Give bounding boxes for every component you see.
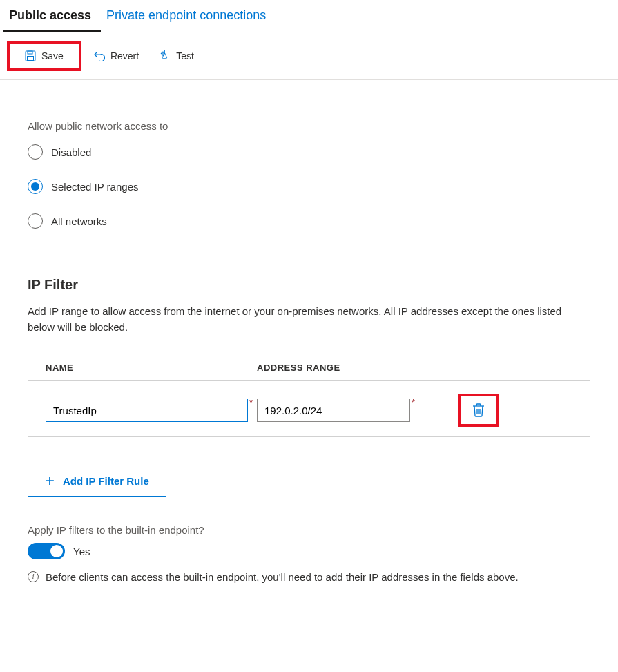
- col-name-header: NAME: [28, 363, 257, 373]
- tab-public-access[interactable]: Public access: [3, 0, 101, 32]
- trash-icon: [472, 403, 485, 417]
- col-addr-header: ADDRESS RANGE: [257, 363, 450, 373]
- undo-icon: [94, 50, 105, 61]
- test-button[interactable]: Test: [151, 46, 202, 66]
- required-indicator: *: [249, 397, 253, 407]
- info-icon: i: [28, 571, 39, 582]
- rule-name-input[interactable]: [46, 399, 248, 422]
- table-row: * *: [28, 381, 590, 437]
- required-indicator: *: [412, 397, 415, 407]
- info-text: Before clients can access the built-in e…: [46, 569, 519, 585]
- svg-rect-1: [28, 51, 32, 54]
- ip-filter-description: Add IP range to allow access from the in…: [28, 304, 590, 335]
- save-highlight: Save: [7, 41, 81, 71]
- ip-filter-heading: IP Filter: [28, 277, 590, 293]
- save-label: Save: [41, 50, 64, 61]
- save-button[interactable]: Save: [17, 46, 72, 66]
- ip-table-header: NAME ADDRESS RANGE: [28, 363, 590, 381]
- apply-filters-label: Apply IP filters to the built-in endpoin…: [28, 524, 590, 536]
- test-label: Test: [176, 50, 194, 61]
- beaker-check-icon: [160, 50, 171, 61]
- tab-private-endpoint[interactable]: Private endpoint connections: [101, 0, 276, 32]
- radio-selected-ip[interactable]: Selected IP ranges: [28, 179, 590, 194]
- radio-disabled-label: Disabled: [51, 146, 91, 158]
- apply-filters-toggle[interactable]: [28, 543, 65, 559]
- add-ip-rule-button[interactable]: + Add IP Filter Rule: [28, 465, 166, 497]
- rule-addr-input[interactable]: [257, 399, 410, 422]
- toggle-value: Yes: [73, 546, 90, 557]
- radio-icon: [28, 213, 43, 229]
- radio-selected-label: Selected IP ranges: [51, 181, 138, 193]
- toolbar: Save Revert Test: [0, 32, 618, 80]
- save-icon: [25, 50, 36, 61]
- access-radio-group: Disabled Selected IP ranges All networks: [28, 144, 590, 229]
- revert-label: Revert: [110, 50, 139, 61]
- radio-icon: [28, 144, 43, 160]
- plus-icon: +: [45, 472, 55, 489]
- tabs-bar: Public access Private endpoint connectio…: [0, 0, 618, 32]
- info-note: i Before clients can access the built-in…: [28, 569, 590, 599]
- radio-disabled[interactable]: Disabled: [28, 144, 590, 160]
- apply-toggle-row: Yes: [28, 543, 590, 559]
- delete-rule-button[interactable]: [471, 402, 486, 419]
- add-rule-label: Add IP Filter Rule: [63, 475, 149, 487]
- radio-icon: [28, 179, 43, 194]
- revert-button[interactable]: Revert: [86, 46, 147, 66]
- delete-highlight: [458, 394, 499, 427]
- svg-rect-2: [28, 57, 34, 61]
- access-heading: Allow public network access to: [28, 120, 590, 132]
- radio-all-label: All networks: [51, 215, 107, 227]
- radio-all-networks[interactable]: All networks: [28, 213, 590, 229]
- toggle-knob: [50, 545, 63, 557]
